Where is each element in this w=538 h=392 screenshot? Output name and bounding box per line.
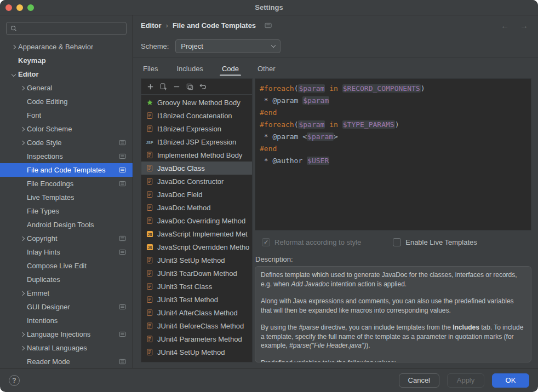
close-button[interactable] [5, 4, 12, 11]
copy-template-button[interactable] [183, 80, 196, 93]
sidebar-item-inlay-hints[interactable]: Inlay Hints [0, 245, 133, 259]
sidebar-item-general[interactable]: General [0, 81, 133, 95]
sidebar-item-appearance-behavior[interactable]: Appearance & Behavior [0, 40, 133, 54]
template-item-i18nized-jsp-expression[interactable]: JSPI18nized JSP Expression [141, 135, 252, 148]
chevron-right-icon[interactable] [18, 292, 27, 295]
sidebar-item-natural-languages[interactable]: Natural Languages [0, 341, 133, 355]
sidebar-item-label: Android Design Tools [27, 221, 94, 229]
sidebar-item-code-style[interactable]: Code Style [0, 136, 133, 149]
sidebar-item-gui-designer[interactable]: GUI Designer [0, 300, 133, 314]
template-icon [145, 112, 154, 119]
sidebar-item-file-types[interactable]: File Types [0, 204, 133, 218]
template-editor[interactable]: #foreach($param in $RECORD_COMPONENTS) *… [255, 78, 531, 230]
cancel-button[interactable]: Cancel [399, 373, 439, 388]
tab-code[interactable]: Code [220, 59, 241, 78]
back-button[interactable]: ← [501, 21, 509, 30]
template-item-groovy-new-method-body[interactable]: Groovy New Method Body [141, 96, 252, 109]
template-item-javadoc-constructor[interactable]: JavaDoc Constructor [141, 175, 252, 188]
template-item-i18nized-expression[interactable]: I18nized Expression [141, 122, 252, 135]
chevron-down-icon[interactable] [9, 73, 18, 76]
sidebar-item-font[interactable]: Font [0, 108, 133, 122]
sidebar-item-duplicates[interactable]: Duplicates [0, 273, 133, 286]
template-icon [145, 256, 154, 264]
template-description[interactable]: Defines template which used to generate … [255, 266, 531, 362]
tab-includes[interactable]: Includes [174, 59, 205, 78]
template-item-implemented-method-body[interactable]: Implemented Method Body [141, 148, 252, 162]
sidebar-item-color-scheme[interactable]: Color Scheme [0, 122, 133, 136]
template-item-javadoc-overriding-method[interactable]: JavaDoc Overriding Method [141, 214, 252, 227]
monitor-badge-icon [119, 249, 126, 255]
add-child-template-button[interactable] [157, 80, 170, 93]
groovy-icon [145, 99, 154, 106]
template-item-javadoc-method[interactable]: JavaDoc Method [141, 201, 252, 214]
sidebar-item-copyright[interactable]: Copyright [0, 232, 133, 245]
template-item-junit3-teardown-method[interactable]: JUnit3 TearDown Method [141, 267, 252, 280]
template-item-javascript-implemented-met[interactable]: JSJavaScript Implemented Met [141, 227, 252, 240]
settings-search[interactable] [6, 22, 127, 35]
template-item-label: JUnit4 SetUp Method [157, 348, 225, 356]
chevron-right-icon[interactable] [18, 333, 27, 336]
sidebar-item-file-encodings[interactable]: File Encodings [0, 177, 133, 191]
tab-other[interactable]: Other [255, 59, 278, 78]
chevron-right-icon[interactable] [18, 347, 27, 350]
remove-template-button[interactable] [170, 80, 183, 93]
apply-button[interactable]: Apply [447, 373, 484, 388]
search-icon [10, 25, 18, 32]
reset-template-button[interactable] [196, 80, 209, 93]
chevron-right-icon[interactable] [18, 87, 27, 90]
sidebar-item-label: Code Style [27, 139, 62, 147]
sidebar-item-android-design-tools[interactable]: Android Design Tools [0, 218, 133, 232]
template-item-junit4-parameters-method[interactable]: JUnit4 Parameters Method [141, 332, 252, 345]
template-item-javascript-overridden-metho[interactable]: JSJavaScript Overridden Metho [141, 240, 252, 253]
template-toolbar [141, 79, 252, 95]
template-item-junit3-test-class[interactable]: JUnit3 Test Class [141, 280, 252, 293]
add-template-button[interactable] [144, 80, 157, 93]
sidebar-item-inspections[interactable]: Inspections [0, 149, 133, 163]
js-icon: JS [145, 230, 154, 238]
template-item-junit3-test-method[interactable]: JUnit3 Test Method [141, 293, 252, 306]
template-item-i18nized-concatenation[interactable]: I18nized Concatenation [141, 109, 252, 122]
chevron-right-icon[interactable] [18, 128, 27, 131]
zoom-button[interactable] [27, 4, 34, 11]
sidebar-item-live-templates[interactable]: Live Templates [0, 191, 133, 204]
sidebar-item-label: File Encodings [27, 180, 73, 188]
sidebar-item-file-and-code-templates[interactable]: File and Code Templates [0, 163, 133, 177]
copy-template-icon [186, 83, 194, 91]
sidebar-item-label: Code Editing [27, 97, 67, 106]
forward-button[interactable]: → [520, 21, 528, 30]
sidebar-item-language-injections[interactable]: Language Injections [0, 327, 133, 341]
minimize-button[interactable] [16, 4, 23, 11]
template-item-javadoc-field[interactable]: JavaDoc Field [141, 188, 252, 201]
chevron-right-icon[interactable] [18, 141, 27, 145]
svg-text:JS: JS [147, 232, 152, 236]
breadcrumb-editor[interactable]: Editor [141, 21, 162, 30]
tab-files[interactable]: Files [141, 59, 160, 78]
chevron-right-icon[interactable] [9, 45, 18, 49]
template-item-junit4-setup-method[interactable]: JUnit4 SetUp Method [141, 345, 252, 359]
template-item-junit4-beforeclass-method[interactable]: JUnit4 BeforeClass Method [141, 319, 252, 332]
template-item-junit4-afterclass-method[interactable]: JUnit4 AfterClass Method [141, 306, 252, 319]
template-item-junit3-setup-method[interactable]: JUnit3 SetUp Method [141, 253, 252, 267]
sidebar-item-editor[interactable]: Editor [0, 67, 133, 81]
sidebar-item-emmet[interactable]: Emmet [0, 286, 133, 300]
sidebar-item-code-editing[interactable]: Code Editing [0, 95, 133, 108]
enable-live-templates-checkbox[interactable]: Enable Live Templates [393, 238, 477, 246]
template-item-javadoc-class[interactable]: JavaDoc Class [141, 162, 252, 175]
description-paragraph: Defines template which used to generate … [261, 270, 525, 289]
sidebar-item-compose-live-edit[interactable]: Compose Live Edit [0, 259, 133, 273]
sidebar-item-reader-mode[interactable]: Reader Mode [0, 355, 133, 368]
chevron-right-icon[interactable] [18, 237, 27, 240]
sidebar-item-keymap[interactable]: Keymap [0, 54, 133, 67]
scheme-select[interactable]: Project [175, 39, 281, 53]
template-options: ✓ Reformat according to style Enable Liv… [255, 234, 531, 250]
ok-button[interactable]: OK [492, 373, 529, 388]
search-input[interactable] [20, 24, 123, 33]
monitor-badge-icon [119, 304, 126, 310]
sidebar-item-label: Natural Languages [27, 344, 87, 352]
help-button[interactable]: ? [9, 375, 20, 386]
template-item-label: JavaDoc Constructor [157, 177, 224, 186]
sidebar-item-intentions[interactable]: Intentions [0, 314, 133, 327]
titlebar: Settings [0, 0, 538, 15]
template-icon [145, 191, 154, 198]
template-item-label: I18nized JSP Expression [157, 138, 236, 146]
